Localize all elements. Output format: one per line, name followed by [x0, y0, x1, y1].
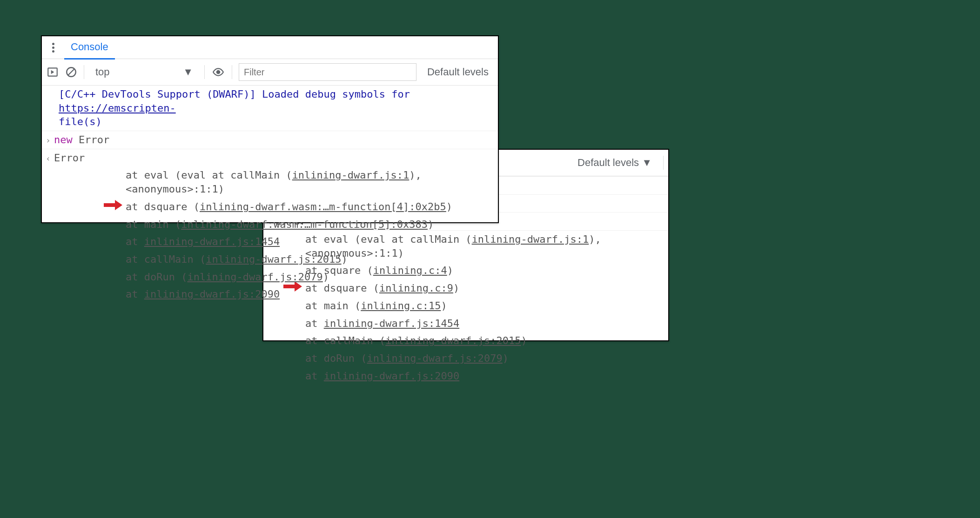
- source-link[interactable]: inlining-dwarf.js:2090: [324, 370, 459, 382]
- log-levels-label: Default levels: [427, 66, 489, 78]
- frame-text: ): [323, 271, 329, 283]
- log-text: file(s): [59, 116, 102, 127]
- log-levels-label: Default levels ▼: [577, 157, 652, 169]
- log-line: [C/C++ DevTools Support (DWARF)] Loaded …: [42, 86, 498, 131]
- live-expression-icon[interactable]: [211, 66, 225, 78]
- toolbar-divider: [232, 65, 232, 79]
- devtools-console-panel-before: Console top ▼ Default levels [C/C++ DevT…: [41, 35, 499, 223]
- frame-text: at doRun (: [305, 352, 367, 364]
- frame-text: ): [428, 219, 434, 230]
- stack-frame: at main (inlining-dwarf.wasm:…m-function…: [42, 216, 498, 233]
- devtools-tabbar: Console: [42, 36, 498, 59]
- context-label: top: [95, 66, 110, 78]
- console-toolbar: top ▼ Default levels: [42, 59, 498, 86]
- output-chevron-icon: ‹: [46, 153, 51, 164]
- stack-frame: at doRun (inlining-dwarf.js:2079): [263, 350, 668, 367]
- toolbar-divider: [84, 65, 84, 79]
- clear-console-icon[interactable]: [65, 66, 77, 78]
- log-levels-dropdown[interactable]: Default levels ▼: [577, 157, 657, 169]
- source-link[interactable]: inlining-dwarf.js:1454: [144, 236, 280, 247]
- console-output: [C/C++ DevTools Support (DWARF)] Loaded …: [42, 86, 498, 303]
- source-link[interactable]: inlining-dwarf.js:2090: [144, 288, 280, 300]
- source-link[interactable]: inlining-dwarf.js:1: [292, 169, 409, 181]
- frame-text: at: [126, 236, 144, 247]
- tab-label: Console: [71, 41, 108, 53]
- stack-frame: at dsquare (inlining-dwarf.wasm:…m-funct…: [42, 198, 498, 216]
- tab-console[interactable]: Console: [64, 36, 115, 60]
- frame-text: at: [305, 370, 324, 382]
- keyword-new: new: [54, 134, 73, 146]
- svg-point-3: [217, 71, 220, 74]
- log-text: [C/C++ DevTools Support (DWARF)] Loaded …: [59, 88, 410, 100]
- svg-line-2: [68, 69, 74, 75]
- source-link[interactable]: inlining-dwarf.wasm:…m-function[4]:0x2b5: [200, 201, 446, 213]
- filter-input[interactable]: [239, 63, 416, 81]
- stack-frame: at inlining-dwarf.js:2090: [42, 286, 498, 303]
- stack-frame: at inlining-dwarf.js:1454: [42, 233, 498, 251]
- frame-text: at dsquare (: [126, 201, 200, 213]
- stack-frame: at eval (eval at callMain (inlining-dwar…: [42, 166, 498, 198]
- execution-context-icon[interactable]: [47, 66, 59, 78]
- frame-text: at eval (eval at callMain (: [126, 169, 292, 181]
- more-menu-icon[interactable]: [46, 43, 60, 53]
- input-chevron-icon: ›: [46, 135, 51, 146]
- source-link[interactable]: inlining-dwarf.wasm:…m-function[5]:0x383: [181, 219, 428, 230]
- log-link[interactable]: https://emscripten-: [59, 102, 176, 114]
- stack-frame: at doRun (inlining-dwarf.js:2079): [42, 268, 498, 286]
- frame-text: at doRun (: [126, 271, 187, 283]
- source-link[interactable]: inlining-dwarf.js:2079: [187, 271, 322, 283]
- frame-text: ): [342, 253, 348, 265]
- frame-text: at: [305, 318, 324, 329]
- frame-text: at callMain (: [126, 253, 206, 265]
- console-output-line: ‹ Error: [42, 149, 498, 167]
- log-levels-dropdown[interactable]: Default levels: [427, 66, 493, 78]
- input-text: Error: [79, 134, 109, 146]
- toolbar-divider: [663, 156, 664, 170]
- frame-text: at main (: [126, 219, 181, 230]
- frame-text: ): [503, 352, 509, 364]
- context-dropdown[interactable]: top ▼: [91, 65, 198, 79]
- source-link[interactable]: inlining-dwarf.js:2015: [206, 253, 341, 265]
- stack-frame: at callMain (inlining-dwarf.js:2015): [42, 251, 498, 268]
- chevron-down-icon: ▼: [183, 66, 193, 78]
- stack-frame: at inlining-dwarf.js:1454: [263, 315, 668, 332]
- frame-text: ): [521, 335, 527, 346]
- stack-frame: at callMain (inlining-dwarf.js:2015): [263, 332, 668, 350]
- frame-text: at: [126, 288, 144, 300]
- highlight-arrow-icon: [102, 198, 123, 212]
- output-head: Error: [54, 152, 85, 164]
- toolbar-divider: [204, 65, 205, 79]
- source-link[interactable]: inlining-dwarf.js:2079: [367, 352, 502, 364]
- console-input-line[interactable]: › new Error: [42, 131, 498, 149]
- source-link[interactable]: inlining-dwarf.js:2015: [385, 335, 521, 346]
- frame-text: at callMain (: [305, 335, 385, 346]
- stack-frame: at inlining-dwarf.js:2090: [263, 367, 668, 385]
- frame-text: ): [446, 201, 452, 213]
- source-link[interactable]: inlining-dwarf.js:1454: [324, 318, 459, 329]
